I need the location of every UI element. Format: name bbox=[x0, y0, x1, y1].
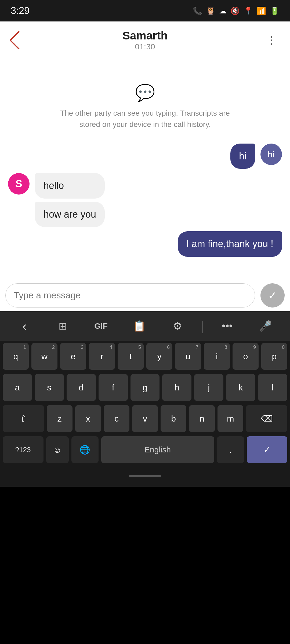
keyboard-row-1: q1 w2 e3 r4 t5 y6 u7 i8 o9 p0 bbox=[0, 341, 290, 372]
privacy-icon: 💬 bbox=[135, 83, 155, 102]
key-r[interactable]: r4 bbox=[89, 343, 115, 370]
keyboard: q1 w2 e3 r4 t5 y6 u7 i8 o9 p0 a s d f g … bbox=[0, 341, 290, 465]
chat-area: 💬 The other party can see you typing. Tr… bbox=[0, 59, 290, 279]
call-header: Samarth 01:30 ⋮ bbox=[0, 21, 290, 59]
key-k[interactable]: k bbox=[226, 374, 255, 401]
send-button[interactable]: ✓ bbox=[260, 283, 285, 308]
key-c[interactable]: c bbox=[104, 405, 129, 432]
message-input[interactable] bbox=[5, 283, 255, 308]
battery-icon: 🔋 bbox=[270, 6, 279, 15]
sticker-button[interactable]: ⊞ bbox=[44, 315, 82, 337]
message-row-received: S hello how are you bbox=[8, 173, 282, 227]
key-e[interactable]: e3 bbox=[60, 343, 86, 370]
cloud-icon: ☁ bbox=[219, 6, 227, 15]
clipboard-icon: 📋 bbox=[133, 320, 146, 332]
send-check-icon: ✓ bbox=[268, 289, 277, 302]
received-avatar: S bbox=[8, 173, 30, 195]
keyboard-row-3: ⇧ z x c v b n m ⌫ bbox=[0, 403, 290, 434]
key-backspace[interactable]: ⌫ bbox=[246, 405, 287, 432]
call-duration: 01:30 bbox=[135, 42, 155, 51]
key-period[interactable]: . bbox=[217, 436, 244, 463]
status-time: 3:29 bbox=[11, 5, 30, 16]
settings-button[interactable]: ⚙ bbox=[158, 315, 197, 337]
key-shift[interactable]: ⇧ bbox=[3, 405, 44, 432]
received-bubble-group: hello how are you bbox=[35, 173, 105, 227]
gif-button[interactable]: GIF bbox=[82, 315, 120, 337]
bubble-received-hello: hello bbox=[35, 173, 105, 198]
key-m[interactable]: m bbox=[218, 405, 243, 432]
bottom-bar bbox=[0, 465, 290, 487]
key-u[interactable]: u7 bbox=[175, 343, 201, 370]
key-d[interactable]: d bbox=[67, 374, 96, 401]
key-q[interactable]: q1 bbox=[3, 343, 29, 370]
mic-button[interactable]: 🎤 bbox=[247, 315, 285, 337]
key-g[interactable]: g bbox=[130, 374, 160, 401]
key-h[interactable]: h bbox=[162, 374, 191, 401]
separator: | bbox=[201, 318, 204, 334]
header-center: Samarth 01:30 bbox=[30, 29, 260, 51]
wifi-icon: 📶 bbox=[257, 6, 266, 15]
keyboard-back-button[interactable]: ‹ bbox=[5, 315, 44, 337]
status-bar: 3:29 📞 🦉 ☁ 🔇 📍 📶 🔋 bbox=[0, 0, 290, 21]
key-b[interactable]: b bbox=[161, 405, 186, 432]
key-globe[interactable]: 🌐 bbox=[71, 436, 99, 463]
mic-icon: 🎤 bbox=[259, 320, 272, 332]
more-tools-icon: ••• bbox=[222, 320, 233, 332]
phone-icon: 📞 bbox=[193, 6, 202, 15]
back-button[interactable] bbox=[8, 30, 30, 51]
contact-name: Samarth bbox=[122, 29, 168, 42]
key-space[interactable]: English bbox=[101, 436, 214, 463]
message-row-sent-fine: I am fine,thank you ! bbox=[8, 231, 282, 257]
bubble-received-how: how are you bbox=[35, 202, 105, 227]
more-tools-button[interactable]: ••• bbox=[208, 315, 246, 337]
messages-list: hi hi S hello how are you I am fine,than… bbox=[8, 144, 282, 257]
more-options-button[interactable]: ⋮ bbox=[260, 30, 282, 51]
keyboard-row-2: a s d f g h j k l bbox=[0, 372, 290, 403]
location-icon: 📍 bbox=[244, 6, 253, 15]
key-n[interactable]: n bbox=[189, 405, 215, 432]
key-a[interactable]: a bbox=[3, 374, 32, 401]
key-i[interactable]: i8 bbox=[204, 343, 230, 370]
key-y[interactable]: y6 bbox=[146, 343, 172, 370]
message-row-sent-hi: hi hi bbox=[8, 144, 282, 169]
mute-icon: 🔇 bbox=[230, 6, 240, 15]
key-v[interactable]: v bbox=[132, 405, 158, 432]
input-area: ✓ bbox=[0, 279, 290, 311]
owl-icon: 🦉 bbox=[206, 6, 215, 15]
key-t[interactable]: t5 bbox=[118, 343, 144, 370]
clipboard-button[interactable]: 📋 bbox=[120, 315, 158, 337]
privacy-notice: 💬 The other party can see you typing. Tr… bbox=[51, 83, 239, 130]
key-l[interactable]: l bbox=[258, 374, 287, 401]
key-w[interactable]: w2 bbox=[31, 343, 57, 370]
key-emoji[interactable]: ☺ bbox=[46, 436, 69, 463]
bubble-sent-fine: I am fine,thank you ! bbox=[178, 231, 282, 257]
keyboard-row-4: ?123 ☺ 🌐 English . ✓ bbox=[0, 434, 290, 465]
key-f[interactable]: f bbox=[99, 374, 128, 401]
sent-avatar: hi bbox=[260, 144, 282, 165]
key-s[interactable]: s bbox=[35, 374, 64, 401]
divider: | bbox=[197, 315, 208, 337]
keyboard-toolbar: ‹ ⊞ GIF 📋 ⚙ | ••• 🎤 bbox=[0, 311, 290, 341]
privacy-text: The other party can see you typing. Tran… bbox=[51, 108, 239, 130]
key-enter[interactable]: ✓ bbox=[247, 436, 288, 463]
key-o[interactable]: o9 bbox=[233, 343, 259, 370]
key-p[interactable]: p0 bbox=[261, 343, 287, 370]
home-indicator[interactable] bbox=[129, 475, 161, 477]
key-z[interactable]: z bbox=[47, 405, 73, 432]
key-x[interactable]: x bbox=[75, 405, 101, 432]
status-icons: 📞 🦉 ☁ 🔇 📍 📶 🔋 bbox=[193, 6, 279, 15]
key-symbols[interactable]: ?123 bbox=[3, 436, 44, 463]
back-icon bbox=[9, 31, 28, 50]
sticker-icon: ⊞ bbox=[59, 320, 67, 332]
keyboard-back-icon: ‹ bbox=[22, 318, 27, 334]
settings-icon: ⚙ bbox=[173, 320, 182, 332]
bubble-sent-hi: hi bbox=[230, 144, 255, 169]
key-j[interactable]: j bbox=[194, 374, 223, 401]
gif-icon: GIF bbox=[94, 321, 108, 331]
